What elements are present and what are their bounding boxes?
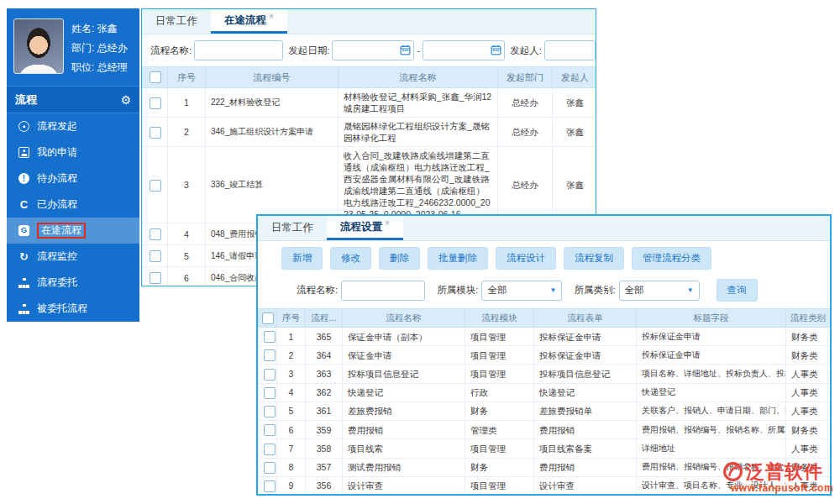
- edit-button[interactable]: 修改: [330, 247, 371, 270]
- process-name-input[interactable]: [341, 281, 425, 301]
- settings-toolbar: 新增 修改 删除 批量删除 流程设计 流程复制 管理流程分类: [258, 241, 830, 275]
- brand-name: 泛普软件: [746, 463, 823, 481]
- close-tab-icon[interactable]: ×: [385, 218, 390, 228]
- sidebar-item-label: 待办流程: [37, 171, 77, 186]
- col-header-title-field: 标题字段: [637, 309, 786, 328]
- sidebar-item-my-applications[interactable]: 我的申请: [7, 139, 139, 165]
- batch-delete-button[interactable]: 批量删除: [428, 247, 488, 270]
- user-profile: 姓名: 张鑫 部门: 总经办 职位: 总经理: [7, 8, 139, 87]
- id-card-icon: [15, 147, 33, 158]
- onway-tab-bar: 日常工作 在途流程×: [142, 9, 596, 34]
- sidebar-menu: 流程 ⚙ 流程发起 我的申请 待办流程 已办流程 在途流程 流程监控: [7, 87, 139, 322]
- sidebar-item-done-process[interactable]: 已办流程: [7, 192, 139, 218]
- date-to-input[interactable]: [423, 40, 505, 60]
- sidebar-item-label: 流程委托: [37, 276, 77, 290]
- row-checkbox[interactable]: [264, 331, 276, 343]
- select-all-checkbox[interactable]: [150, 71, 161, 83]
- row-checkbox[interactable]: [264, 444, 276, 455]
- table-row[interactable]: 2 364 保证金申请 项目管理 投标保证金申请 投标保证金申请 财务类: [259, 346, 831, 365]
- sidebar-item-process-delegate[interactable]: 流程委托: [7, 270, 139, 296]
- sidebar-item-label: 在途流程: [41, 224, 81, 236]
- row-checkbox[interactable]: [150, 228, 161, 240]
- onway-table-header-row: 序号 流程编号 流程名称 发起部门 发起人: [143, 67, 597, 88]
- process-design-button[interactable]: 流程设计: [496, 247, 556, 270]
- row-checkbox[interactable]: [264, 406, 276, 417]
- table-row[interactable]: 4 362 快递登记 行政 快递登记 快递登记 人事类: [259, 383, 831, 402]
- start-date-label: 发起日期:: [288, 45, 329, 57]
- category-label: 所属类别:: [574, 284, 615, 297]
- tab-process-settings[interactable]: 流程设置×: [327, 216, 403, 240]
- delete-button[interactable]: 删除: [379, 247, 420, 270]
- row-checkbox[interactable]: [150, 127, 161, 139]
- broadcast-icon: [15, 121, 33, 132]
- date-from-input[interactable]: [332, 40, 414, 60]
- table-row[interactable]: 3 363 投标项目信息登记 项目管理 投标项目信息登记 项目名称、详细地址、投…: [259, 365, 831, 383]
- brand-url: www.fanpusoft.com: [731, 483, 833, 493]
- row-checkbox[interactable]: [264, 462, 276, 474]
- table-row[interactable]: 7 358 项目线索 项目管理 项目线索备案 详细地址 人事类: [259, 439, 831, 458]
- close-tab-icon[interactable]: ×: [269, 12, 274, 21]
- module-label: 所属模块:: [437, 284, 478, 297]
- table-row[interactable]: 6 359 费用报销 管理类 费用报销 费用报销、报销编号、报销名称、所属项目 …: [259, 421, 831, 439]
- row-checkbox[interactable]: [264, 480, 276, 492]
- row-checkbox[interactable]: [150, 250, 161, 262]
- date-range-separator: -: [417, 45, 420, 55]
- sidebar-item-delegated-process[interactable]: 被委托流程: [7, 296, 139, 322]
- profile-position: 职位: 总经理: [71, 58, 128, 77]
- table-row[interactable]: 3 336_竣工结算 收入合同_改建铁路成渝线增建第二直通线（成渝枢纽）电力线路…: [143, 147, 597, 223]
- table-row[interactable]: 1 222_材料验收登记 材料验收登记_材料采购_张鑫_华润12城房建工程项目 …: [143, 88, 597, 118]
- onway-filter-bar: 流程名称: 发起日期: - 发起人:: [142, 34, 596, 66]
- row-checkbox[interactable]: [150, 180, 161, 192]
- profile-fields: 姓名: 张鑫 部门: 总经办 职位: 总经理: [71, 18, 128, 77]
- alert-circle-icon: [15, 173, 33, 184]
- sidebar-item-todo-process[interactable]: 待办流程: [7, 165, 139, 192]
- search-button[interactable]: 查询: [717, 279, 758, 302]
- select-all-checkbox[interactable]: [262, 312, 274, 324]
- process-name-label: 流程名称:: [150, 45, 192, 57]
- sidebar-item-onway-process[interactable]: 在途流程: [7, 218, 139, 244]
- redo-icon: [15, 199, 33, 210]
- initiator-input[interactable]: [544, 40, 596, 60]
- col-header-code: 流程编号: [206, 67, 339, 88]
- settings-tab-bar: 日常工作 流程设置×: [258, 216, 830, 241]
- settings-table-header-row: 序号 流程... 流程名称 流程模块 流程表单 标题字段 流程类别: [259, 309, 831, 328]
- col-header-category: 流程类别: [786, 309, 831, 328]
- sidebar-item-process-start[interactable]: 流程发起: [7, 113, 139, 139]
- sitemap-icon: [15, 304, 33, 314]
- row-checkbox[interactable]: [150, 272, 161, 284]
- table-row[interactable]: 5 361 差旅费报销 财务 差旅费报销单 关联客户、报销人、申请日期、部门、报…: [259, 402, 831, 420]
- row-checkbox[interactable]: [264, 387, 276, 399]
- sidebar-section-title: 流程: [15, 92, 37, 108]
- row-checkbox[interactable]: [264, 424, 276, 436]
- table-row[interactable]: 2 346_施工组织设计方案申请 晟铭园林绿化工程组织设计方案_晟铭园林绿化工程…: [143, 118, 597, 147]
- table-row[interactable]: 10 355 设计进度汇报 项目管理 设计进度汇报 设计进度汇报、所属项目、任务…: [259, 495, 831, 496]
- date-from-wrap: [332, 40, 414, 60]
- col-header-name: 流程名称: [339, 67, 498, 88]
- tab-daily-work[interactable]: 日常工作: [258, 216, 327, 240]
- table-row[interactable]: 1 365 保证金申请（副本） 项目管理 投标保证金申请 投标保证金申请 财务类: [259, 328, 831, 346]
- row-checkbox[interactable]: [264, 349, 276, 361]
- gear-icon[interactable]: ⚙: [120, 94, 131, 106]
- process-copy-button[interactable]: 流程复制: [564, 247, 624, 270]
- chevron-down-icon: ▼: [549, 286, 556, 294]
- row-checkbox[interactable]: [150, 97, 161, 109]
- category-select[interactable]: 全部 ▼: [619, 281, 700, 301]
- tab-onway-process[interactable]: 在途流程×: [211, 9, 287, 34]
- sidebar: 姓名: 张鑫 部门: 总经办 职位: 总经理 流程 ⚙ 流程发起 我的申请 待办…: [7, 8, 139, 322]
- process-name-label: 流程名称:: [297, 284, 338, 297]
- tab-daily-work[interactable]: 日常工作: [142, 9, 211, 34]
- fanpu-logo-icon: [722, 461, 743, 482]
- sidebar-item-label: 已办流程: [37, 197, 77, 212]
- process-name-input[interactable]: [194, 40, 283, 60]
- col-header-form: 流程表单: [534, 309, 637, 328]
- col-header-no: 序号: [277, 309, 306, 328]
- manage-category-button[interactable]: 管理流程分类: [632, 247, 711, 270]
- sidebar-item-process-monitor[interactable]: 流程监控: [7, 244, 139, 270]
- col-header-no: 序号: [168, 67, 206, 88]
- inprogress-icon: [15, 225, 33, 236]
- row-checkbox[interactable]: [264, 369, 276, 381]
- col-header-person: 发起人: [553, 67, 597, 88]
- add-button[interactable]: 新增: [281, 247, 323, 270]
- sidebar-item-label: 被委托流程: [37, 302, 87, 316]
- module-select[interactable]: 全部 ▼: [481, 281, 562, 301]
